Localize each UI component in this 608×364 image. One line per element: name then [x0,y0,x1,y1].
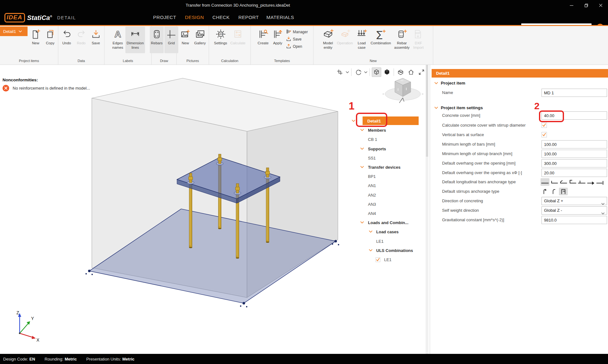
menu-tab-check[interactable]: CHECK [212,10,230,25]
ribbon-button-new[interactable]: New [178,27,192,53]
ribbon-button-rebars[interactable]: Rebars [150,27,164,53]
property-input-minimum-length-of-bars-mm[interactable] [542,140,607,148]
tree-item-load-cases[interactable]: Load cases [350,227,429,236]
ribbon-button-redo[interactable]: Redo [74,27,88,53]
panel-section-project-item-settings[interactable]: Project item settings [434,104,483,111]
ribbon-button-edges-names[interactable]: AEdgesnames [111,27,125,53]
canvas-scrollbar[interactable] [426,65,428,354]
ribbon-button-calculate[interactable]: Calculate [229,27,247,53]
property-checkbox-vertical-bars-at-surface[interactable] [542,132,547,137]
anchor-bend-icon[interactable] [550,178,559,186]
ribbon-group-label: Draw [152,59,176,63]
ribbon-button-load-case[interactable]: Loadcase [355,27,369,53]
anchor-straight-icon[interactable] [541,178,549,186]
chevron-down-icon[interactable] [434,81,438,85]
chevron-down-icon[interactable] [345,67,349,77]
axis-z-label: Z [16,310,19,315]
anchor-loop-icon[interactable] [568,178,577,186]
viewport-orbit-icon[interactable] [353,67,363,77]
ribbon-group-label: Calculation [209,59,250,63]
ribbon-button-combination[interactable]: ∑Combination [369,27,392,53]
menu-tab-design[interactable]: DESIGN [185,10,204,25]
chevron-down-icon[interactable] [369,230,372,233]
ribbon-button-undo[interactable]: Undo [60,27,74,53]
chevron-down-icon[interactable] [360,147,364,150]
ribbon-button-template-open[interactable]: Open [286,43,308,50]
ribbon-button-dimension-lines[interactable]: Dimensionlines [125,27,145,53]
ribbon-button-new[interactable]: New [29,27,43,53]
chevron-down-icon[interactable] [434,105,438,110]
tree-item-an3[interactable]: AN3 [350,200,429,209]
stirrup-hook-icon[interactable] [541,188,549,195]
viewport-crop-view-icon[interactable] [335,67,345,77]
tree-item-an1[interactable]: AN1 [350,181,429,190]
viewport-wire-cube-icon[interactable] [372,67,381,77]
menu-tab-materials[interactable]: MATERIALS [266,10,294,25]
tree-item-loads-and-combin[interactable]: Loads and Combin... [350,218,429,227]
tree-item-detail1[interactable]: Detail1 [350,116,429,125]
ribbon-button-template-manager[interactable]: Manager [286,29,308,35]
property-input-default-overhang-over-the-opening-mm[interactable] [542,159,607,167]
stirrup-bend-icon[interactable] [550,188,559,195]
navigation-cube[interactable] [382,74,424,107]
anchor-hook-icon[interactable] [559,178,568,186]
stirrup-closed-icon[interactable] [559,188,568,195]
anchor-plate-icon[interactable] [596,178,605,186]
tree-item-an4[interactable]: AN4 [350,209,429,218]
panel-section-project-item[interactable]: Project item [434,80,465,86]
ribbon-button-label: Combination [370,41,391,45]
tree-item-checkbox[interactable] [376,257,380,262]
chevron-down-icon[interactable] [369,249,372,252]
tree-item-an2[interactable]: AN2 [350,191,429,199]
property-input-default-overhang-over-the-opening-as-x[interactable] [542,169,607,177]
load-case-icon [356,28,367,41]
chevron-down-icon[interactable] [360,129,364,131]
ribbon-button-copy[interactable]: Copy [43,27,57,53]
property-input-minimum-length-of-stirrup-branch-mm[interactable] [542,150,607,158]
tree-item-cb-1[interactable]: CB 1 [350,135,429,144]
property-select-self-weight-direction[interactable]: Global Z - [542,206,607,215]
property-input-concrete-cover-mm[interactable] [542,111,607,120]
tree-item-uls-combinations[interactable]: ULS Combinations [350,246,429,255]
tree-item-members[interactable]: Members [350,126,429,135]
tree-item-supports[interactable]: Supports [350,144,429,153]
menu-tab-project[interactable]: PROJECT [153,10,176,25]
chevron-down-icon[interactable] [352,120,355,122]
chevron-down-icon[interactable] [364,67,368,77]
restore-button[interactable] [579,0,593,10]
ribbon-button-template-save[interactable]: Save [286,36,308,42]
property-input-name[interactable] [542,89,607,97]
settings-gear-icon: </> [215,28,226,41]
ribbon-button-apply[interactable]: Apply [271,27,285,53]
ribbon-button-gallery[interactable]: Gallery [193,27,207,53]
ribbon-button-dxf-import[interactable]: DXFDXFImport [411,27,425,53]
ribbon-button-model-entity[interactable]: Modelentity [321,27,335,53]
anchor-welded-icon[interactable] [586,178,595,186]
property-row-gravitational-constant-mm-s-2: Gravitational constant [mm*s^(-2)] [430,216,608,224]
ribbon-button-save[interactable]: Save [89,27,103,53]
ribbon-button-grid[interactable]: Grid [164,27,178,53]
tree-item-ss1[interactable]: SS1 [350,154,429,162]
anchor-foot-icon[interactable] [577,178,586,186]
tree-item-bp1[interactable]: BP1 [350,172,429,181]
close-button[interactable] [593,0,608,10]
ribbon-group-labels: AEdgesnamesDimensionlinesLabels [104,26,152,65]
panel-section-title: Project item settings [441,105,483,110]
tree-item-le1-combination[interactable]: LE1 [350,255,429,264]
ribbon-button-settings[interactable]: </>Settings [213,27,229,53]
ribbon-button-rebar-assembly[interactable]: Rebarassembly [393,27,411,53]
ribbon-button-operation[interactable]: Operation [336,27,354,53]
property-input-gravitational-constant-mm-s-2[interactable] [542,216,607,224]
axis-x-label: X [36,337,40,342]
property-checkbox-calculate-concrete-cover-with-stirrup-diameter[interactable] [542,122,547,128]
tree-item-transfer-devices[interactable]: Transfer devices [350,163,429,172]
chevron-down-icon[interactable] [360,221,364,224]
tree-item-le1[interactable]: LE1 [350,237,429,246]
property-select-direction-of-concreting[interactable]: Global Z + [542,197,607,205]
menu-tab-report[interactable]: REPORT [238,10,259,25]
chevron-down-icon[interactable] [360,166,364,168]
minimize-button[interactable] [564,0,579,10]
property-row-default-longitudinal-bars-anchorage-type: Default longitudinal bars anchorage type [430,178,608,186]
ribbon-button-create[interactable]: Create [256,27,270,53]
property-row-vertical-bars-at-surface: Vertical bars at surface [430,131,608,139]
